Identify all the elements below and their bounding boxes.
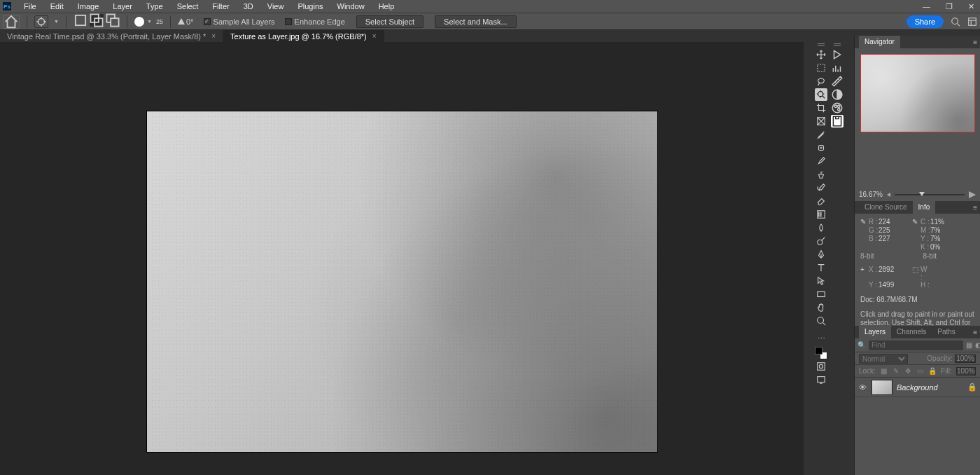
dodge-tool[interactable] xyxy=(815,235,827,247)
foreground-color-swatch[interactable] xyxy=(815,347,822,354)
lock-icon[interactable]: 🔒 xyxy=(967,383,977,392)
toolbar-grip-icon[interactable] xyxy=(816,42,826,46)
workspace-icon[interactable] xyxy=(967,17,977,27)
visibility-toggle-icon[interactable]: 👁 xyxy=(858,383,867,392)
navigator-tab[interactable]: Navigator xyxy=(859,36,900,48)
menu-layer[interactable]: Layer xyxy=(106,0,139,13)
styles-panel-icon[interactable] xyxy=(831,102,844,114)
home-button[interactable] xyxy=(3,15,20,29)
channels-tab[interactable]: Channels xyxy=(891,326,932,338)
lock-pixels-icon[interactable]: ✎ xyxy=(892,367,899,376)
clone-source-tab[interactable]: Clone Source xyxy=(859,201,913,214)
tab-close-icon[interactable]: × xyxy=(211,32,216,40)
gradient-tool[interactable] xyxy=(815,208,827,221)
search-icon[interactable]: 🔍 xyxy=(858,340,866,350)
menu-image[interactable]: Image xyxy=(71,0,106,13)
sample-all-layers-checkbox[interactable] xyxy=(204,18,211,25)
search-icon[interactable] xyxy=(951,17,960,27)
brush-tool[interactable] xyxy=(815,155,827,167)
color-swatches[interactable] xyxy=(815,347,827,359)
quick-mask-icon[interactable] xyxy=(815,360,827,373)
history-brush-tool[interactable] xyxy=(815,181,827,194)
rectangle-tool[interactable] xyxy=(815,288,827,301)
adjustments-panel-icon[interactable] xyxy=(831,88,844,101)
zoom-slider-knob[interactable] xyxy=(919,192,925,196)
quick-select-tool[interactable] xyxy=(815,88,827,101)
lock-artboard-icon[interactable]: ▭ xyxy=(916,367,924,376)
tool-dropdown-icon[interactable]: ▼ xyxy=(54,19,59,24)
marquee-tool[interactable] xyxy=(815,62,827,74)
dock-grip-icon[interactable] xyxy=(832,42,842,46)
menu-type[interactable]: Type xyxy=(139,0,170,13)
blur-tool[interactable] xyxy=(815,221,827,234)
histogram-panel-icon[interactable] xyxy=(831,62,844,74)
screen-mode-icon[interactable] xyxy=(815,373,827,386)
window-close-icon[interactable]: ✕ xyxy=(965,2,977,11)
tab-close-icon[interactable]: × xyxy=(372,32,377,40)
actions-panel-icon[interactable] xyxy=(831,48,844,61)
type-tool[interactable] xyxy=(815,261,827,274)
share-button[interactable]: Share xyxy=(906,15,944,28)
healing-brush-tool[interactable] xyxy=(815,142,827,154)
layer-background[interactable]: 👁 Background 🔒 xyxy=(855,378,980,397)
measurement-panel-icon[interactable] xyxy=(831,75,844,88)
document-canvas[interactable] xyxy=(147,111,657,452)
angle-control[interactable]: 0° xyxy=(178,18,194,26)
menu-view[interactable]: View xyxy=(260,0,291,13)
move-tool[interactable] xyxy=(815,48,827,61)
eyedropper-tool[interactable] xyxy=(815,128,827,141)
document-tab-0[interactable]: Vintage Real Time.psd @ 33.3% (Portrait,… xyxy=(0,30,223,42)
lock-position-icon[interactable]: ✥ xyxy=(904,367,912,376)
clone-stamp-tool[interactable] xyxy=(815,168,827,181)
panel-menu-icon[interactable]: ≡ xyxy=(973,39,977,46)
layer-name[interactable]: Background xyxy=(897,383,963,392)
menu-select[interactable]: Select xyxy=(170,0,206,13)
panel-menu-icon[interactable]: ≡ xyxy=(973,204,977,212)
new-selection-button[interactable] xyxy=(74,14,88,27)
select-subject-button[interactable]: Select Subject xyxy=(356,15,424,28)
zoom-in-icon[interactable] xyxy=(969,191,976,198)
zoom-slider[interactable] xyxy=(895,194,965,195)
layers-tab[interactable]: Layers xyxy=(859,326,891,338)
enhance-edge-checkbox[interactable] xyxy=(285,18,292,25)
filter-adjust-icon[interactable]: ◐ xyxy=(975,340,980,350)
subtract-selection-button[interactable] xyxy=(106,14,120,27)
zoom-tool[interactable] xyxy=(815,315,827,327)
frame-tool[interactable] xyxy=(815,115,827,128)
navigator-thumbnail[interactable] xyxy=(860,54,975,132)
paths-tab[interactable]: Paths xyxy=(932,326,961,338)
brush-preview[interactable]: ▼ xyxy=(134,17,152,27)
menu-file[interactable]: File xyxy=(17,0,43,13)
layer-find-input[interactable] xyxy=(869,340,963,350)
info-tab[interactable]: Info xyxy=(913,201,936,214)
menu-plugins[interactable]: Plugins xyxy=(290,0,330,13)
panel-menu-icon[interactable]: ≡ xyxy=(973,329,977,336)
edit-toolbar-icon[interactable]: ⋯ xyxy=(815,332,827,345)
brush-dropdown-icon[interactable]: ▼ xyxy=(147,19,152,24)
menu-filter[interactable]: Filter xyxy=(205,0,236,13)
fill-value[interactable]: 100% xyxy=(956,367,976,376)
layer-thumbnail[interactable] xyxy=(872,380,892,395)
eraser-tool[interactable] xyxy=(815,195,827,207)
zoom-out-icon[interactable] xyxy=(887,193,890,197)
hand-tool[interactable] xyxy=(815,301,827,314)
zoom-level[interactable]: 16.67% xyxy=(859,191,883,198)
menu-window[interactable]: Window xyxy=(330,0,372,13)
menu-edit[interactable]: Edit xyxy=(43,0,71,13)
add-selection-button[interactable] xyxy=(90,14,104,27)
filter-pixel-icon[interactable]: ▦ xyxy=(966,340,972,350)
window-maximize-icon[interactable]: ❐ xyxy=(943,2,955,11)
select-and-mask-button[interactable]: Select and Mask... xyxy=(435,15,517,28)
window-minimize-icon[interactable]: — xyxy=(920,2,933,11)
opacity-value[interactable]: 100% xyxy=(955,354,976,363)
lasso-tool[interactable] xyxy=(815,75,827,88)
blend-mode-select[interactable]: Normal xyxy=(859,354,908,364)
crop-tool[interactable] xyxy=(815,102,827,114)
document-tab-1[interactable]: Texture as Layer.jpg @ 16.7% (RGB/8*) × xyxy=(223,30,384,42)
lock-all-icon[interactable]: 🔒 xyxy=(928,367,937,376)
menu-3d[interactable]: 3D xyxy=(237,0,260,13)
pen-tool[interactable] xyxy=(815,248,827,261)
lock-transparency-icon[interactable]: ▦ xyxy=(880,367,888,376)
path-select-tool[interactable] xyxy=(815,275,827,287)
menu-help[interactable]: Help xyxy=(372,0,402,13)
